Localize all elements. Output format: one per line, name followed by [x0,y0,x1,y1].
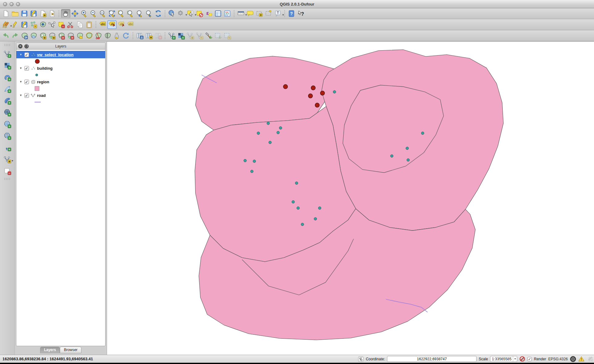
copy-features-button[interactable] [75,20,85,29]
text-annotation-dropdown-arrow-icon[interactable]: ▼ [282,14,284,16]
zoom-in-button[interactable] [80,9,89,18]
identify-features-button[interactable]: i [167,9,176,18]
panel-tab-layers[interactable]: Layers [40,347,60,353]
layer-visibility-checkbox[interactable]: ✓ [24,80,29,84]
map-tips-button[interactable] [245,9,255,18]
toolbar-drag-handle[interactable] [4,44,11,46]
layer-label[interactable]: vw_select_location [37,52,74,57]
delete-part-button[interactable]: ✕ [66,31,75,40]
layer-expand-icon[interactable]: ▼ [19,94,23,97]
layer-label[interactable]: building [37,66,53,71]
select-by-expression-button[interactable]: ε [204,9,213,18]
add-wms-layer-button[interactable]: + [3,108,12,117]
field-calculator-button[interactable] [223,9,232,18]
feature-action-button[interactable]: ▼ [176,9,186,18]
stop-rendering-icon[interactable] [519,356,525,362]
new-shapefile-layer-button[interactable]: ✱▼ [3,155,12,164]
layer-label[interactable]: road [37,93,46,98]
crs-status-icon[interactable] [570,356,576,362]
layer-visibility-checkbox[interactable]: ✓ [24,66,29,71]
layer-item-building[interactable]: ▼✓building [16,64,105,72]
change-label-button[interactable]: abc [126,20,135,29]
text-annotation-button[interactable]: T▼ [273,9,283,18]
split-parts-button[interactable] [103,31,112,40]
new-shapefile-layer-dropdown-arrow-icon[interactable]: ▼ [11,159,14,162]
add-postgis-layer-button[interactable]: + [3,73,12,82]
add-ring-button[interactable]: ✱ [38,31,47,40]
layer-symbol-swatch[interactable] [34,59,42,64]
open-project-button[interactable] [10,9,20,18]
move-label-button[interactable]: ab [107,20,117,29]
zoom-out-button[interactable] [89,9,98,18]
node-tool-button[interactable] [47,20,57,29]
paste-features-button[interactable] [85,20,94,29]
add-vector-layer-button[interactable]: + [3,50,12,58]
layer-label[interactable]: region [37,80,49,84]
undo-button[interactable] [1,31,10,40]
merge-features-button[interactable] [112,31,122,40]
add-spatialite-layer-button[interactable]: + [3,85,12,93]
remove-layer-button[interactable]: − [3,167,12,176]
save-project-button[interactable] [20,9,29,18]
layer-item-road[interactable]: ▼✓road [16,92,105,99]
add-wcs-layer-button[interactable]: + [3,120,12,129]
scale-combo[interactable]: 1:33565585 ▼ [490,356,517,362]
rotate-point-symbols-button[interactable] [122,31,131,40]
render-checkbox[interactable]: ✓ [527,357,532,361]
layer-item-region[interactable]: ▼✓region [16,78,105,85]
zoom-to-layer-button[interactable] [126,9,135,18]
grass-add-raster-layer-button[interactable]: + [176,31,186,40]
new-project-button[interactable] [1,9,10,18]
zoom-full-button[interactable] [107,9,117,18]
add-mssql-layer-button[interactable]: + [3,97,12,105]
layer-item-vw_select_location[interactable]: ▼✓vw_select_location [16,51,105,58]
layer-expand-icon[interactable]: ▼ [19,80,23,83]
measure-button[interactable]: ▼ [236,9,245,18]
open-attribute-table-button[interactable] [213,9,223,18]
zoom-to-selection-button[interactable] [117,9,126,18]
zoom-native-button[interactable]: 1:1 [98,9,107,18]
resize-grip[interactable] [588,357,593,361]
move-feature-button[interactable] [38,20,47,29]
map-canvas[interactable] [107,41,594,355]
split-features-button[interactable] [94,31,103,40]
layer-expand-icon[interactable]: ▼ [19,67,23,70]
current-edits-button[interactable]: ▼ [1,20,10,29]
rotate-feature-button[interactable]: ⟳ [20,31,29,40]
save-layer-edits-button[interactable] [20,20,29,29]
add-feature-button[interactable]: + [29,20,38,29]
delete-ring-button[interactable]: ✕ [57,31,66,40]
messages-warning-icon[interactable]: ! [578,356,584,362]
whats-this-button[interactable]: ? [296,9,305,18]
offset-curve-button[interactable] [85,31,94,40]
layer-expand-icon[interactable]: ▼ [19,53,23,56]
layer-symbol-swatch[interactable] [34,99,42,105]
add-raster-layer-button[interactable]: + [3,61,12,70]
select-features-button[interactable]: ▼ [186,9,195,18]
new-print-composer-button[interactable]: ✱ [38,9,47,18]
extents-toggle-icon[interactable] [358,356,364,362]
deselect-features-button[interactable] [195,9,204,18]
grass-new-mapset-button[interactable]: ✱ [144,31,154,40]
toggle-editing-button[interactable] [10,20,20,29]
layer-symbol-swatch[interactable] [34,72,42,78]
toolbar-drag-handle[interactable] [4,178,11,180]
grass-add-vector-layer-button[interactable]: + [167,31,176,40]
grass-open-mapset-button[interactable]: ⚓ [135,31,144,40]
show-bookmarks-button[interactable] [264,9,273,18]
coordinate-input[interactable] [387,356,476,362]
labeling-button[interactable]: abc [98,20,107,29]
zoom-last-button[interactable] [135,9,144,18]
composer-manager-button[interactable] [47,9,57,18]
layer-symbol-swatch[interactable] [34,86,42,91]
add-wfs-layer-button[interactable]: + [3,132,12,140]
delete-selected-button[interactable]: − [57,20,66,29]
pan-to-selection-button[interactable] [70,9,80,18]
cut-features-button[interactable] [66,20,75,29]
refresh-map-button[interactable] [154,9,163,18]
add-delimited-text-layer-button[interactable]: ,+ [3,143,12,152]
pan-map-button[interactable] [61,9,70,18]
pin-unpin-labels-button[interactable]: ab [117,20,126,29]
zoom-next-button[interactable] [144,9,154,18]
layer-visibility-checkbox[interactable]: ✓ [24,52,29,57]
